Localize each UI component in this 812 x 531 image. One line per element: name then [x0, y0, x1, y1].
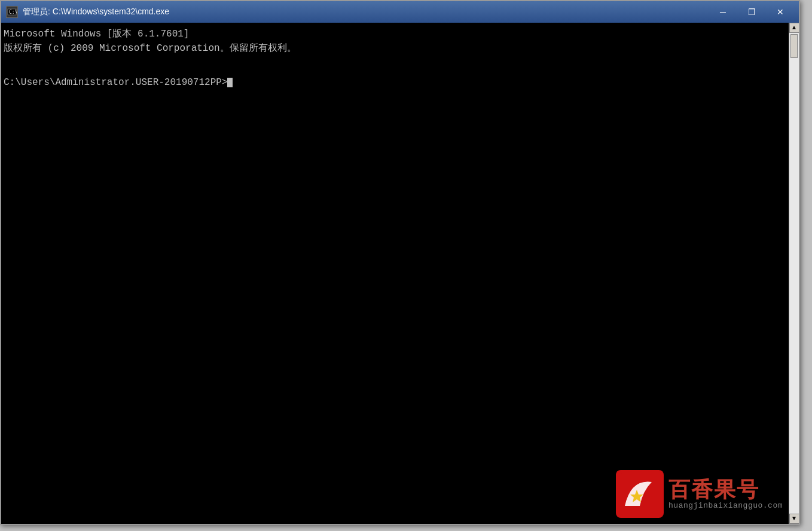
scrollbar-track[interactable] [789, 33, 799, 514]
scrollbar-thumb[interactable] [790, 34, 798, 58]
minimize-button[interactable]: ─ [709, 4, 737, 20]
watermark-sub-text: huangjinbaixiangguo.com [668, 501, 783, 510]
window-title: 管理员: C:\Windows\system32\cmd.exe [23, 7, 709, 17]
watermark: 百香果号 huangjinbaixiangguo.com [616, 470, 783, 518]
watermark-text-block: 百香果号 huangjinbaixiangguo.com [668, 478, 783, 511]
terminal-line-2: 版权所有 (c) 2009 Microsoft Corporation。保留所有… [4, 42, 786, 55]
window-icon: C:\ [6, 6, 18, 18]
close-button[interactable]: ✕ [767, 4, 794, 20]
restore-button[interactable]: ❐ [738, 4, 765, 20]
scrollbar[interactable]: ▲ ▼ [789, 23, 799, 524]
cmd-window: C:\ 管理员: C:\Windows\system32\cmd.exe ─ ❐… [0, 0, 800, 525]
watermark-main-text: 百香果号 [668, 478, 783, 502]
svg-text:C:\: C:\ [9, 10, 17, 15]
cursor-blink [227, 78, 233, 87]
terminal-line-1: Microsoft Windows [版本 6.1.7601] [4, 28, 786, 41]
scroll-down-button[interactable]: ▼ [789, 514, 799, 524]
scroll-up-button[interactable]: ▲ [789, 23, 799, 33]
window-controls: ─ ❐ ✕ [709, 4, 794, 20]
terminal-area[interactable]: Microsoft Windows [版本 6.1.7601] 版权所有 (c)… [1, 23, 789, 524]
terminal-line-3 [4, 57, 786, 70]
terminal-prompt[interactable]: C:\Users\Administrator.USER-20190712PP> [4, 76, 786, 89]
prompt-text: C:\Users\Administrator.USER-20190712PP> [4, 76, 227, 89]
watermark-logo [616, 470, 664, 518]
content-wrapper: Microsoft Windows [版本 6.1.7601] 版权所有 (c)… [1, 23, 799, 524]
title-bar: C:\ 管理员: C:\Windows\system32\cmd.exe ─ ❐… [1, 1, 799, 23]
